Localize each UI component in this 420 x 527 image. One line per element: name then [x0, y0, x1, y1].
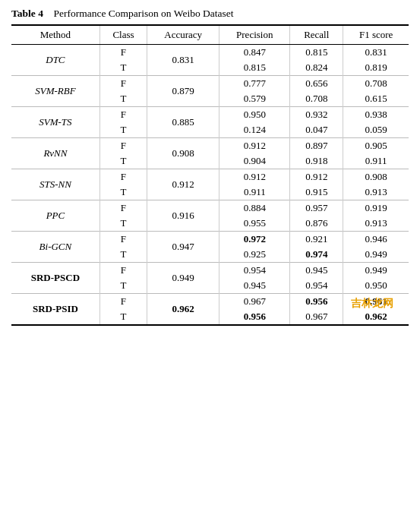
table-title: Table 4 Performance Comparison on Weibo …: [11, 8, 409, 20]
f1-cell: 0.905: [343, 138, 409, 154]
page-container: Table 4 Performance Comparison on Weibo …: [11, 8, 409, 326]
precision-cell: 0.912: [219, 138, 290, 154]
class-cell: F: [99, 169, 147, 185]
f1-cell: 0.913: [343, 185, 409, 200]
class-cell: T: [99, 185, 147, 200]
precision-cell: 0.847: [219, 45, 290, 61]
col-recall: Recall: [290, 25, 343, 45]
precision-cell: 0.815: [219, 60, 290, 76]
f1-cell: 0.615: [343, 91, 409, 107]
recall-cell: 0.957: [290, 200, 343, 216]
class-cell: T: [99, 153, 147, 169]
class-cell: T: [99, 309, 147, 325]
accuracy-cell: 0.916: [147, 200, 219, 232]
precision-cell: 0.911: [219, 185, 290, 200]
precision-cell: 0.972: [219, 232, 290, 248]
table-row: SRD-PSCDF0.9490.9540.9450.949: [11, 263, 409, 279]
method-cell: SVM-TS: [11, 107, 99, 138]
class-cell: F: [99, 76, 147, 92]
recall-cell: 0.918: [290, 153, 343, 169]
f1-cell: 0.708: [343, 76, 409, 92]
f1-cell: 0.831: [343, 45, 409, 61]
precision-cell: 0.925: [219, 247, 290, 263]
recall-cell: 0.897: [290, 138, 343, 154]
precision-cell: 0.950: [219, 107, 290, 123]
col-accuracy: Accuracy: [147, 25, 219, 45]
accuracy-cell: 0.912: [147, 169, 219, 200]
method-cell: DTC: [11, 45, 99, 76]
precision-cell: 0.945: [219, 278, 290, 294]
f1-cell: 0.949: [343, 247, 409, 263]
table-body: DTCF0.8310.8470.8150.831T0.8150.8240.819…: [11, 45, 409, 326]
f1-cell: 0.908: [343, 169, 409, 185]
class-cell: F: [99, 200, 147, 216]
f1-cell: 0.059: [343, 122, 409, 138]
table-row: DTCF0.8310.8470.8150.831: [11, 45, 409, 61]
recall-cell: 0.656: [290, 76, 343, 92]
watermark: 吉林龙网: [351, 297, 393, 311]
table-description: Performance Comparison on Weibo Dataset: [53, 8, 233, 19]
data-table: Method Class Accuracy Precision Recall F…: [11, 24, 409, 326]
table-row: Bi-GCNF0.9470.9720.9210.946: [11, 232, 409, 248]
class-cell: F: [99, 294, 147, 310]
accuracy-cell: 0.962: [147, 294, 219, 326]
table-row: SVM-TSF0.8850.9500.9320.938: [11, 107, 409, 123]
col-precision: Precision: [219, 25, 290, 45]
col-class: Class: [99, 25, 147, 45]
f1-cell: 0.913: [343, 216, 409, 232]
f1-cell: 0.919: [343, 200, 409, 216]
recall-cell: 0.047: [290, 122, 343, 138]
method-cell: SRD-PSCD: [11, 263, 99, 294]
col-f1: F1 score: [343, 25, 409, 45]
recall-cell: 0.921: [290, 232, 343, 248]
recall-cell: 0.915: [290, 185, 343, 200]
recall-cell: 0.954: [290, 278, 343, 294]
class-cell: T: [99, 60, 147, 76]
accuracy-cell: 0.879: [147, 76, 219, 107]
f1-cell: 0.946: [343, 232, 409, 248]
class-cell: T: [99, 247, 147, 263]
recall-cell: 0.708: [290, 91, 343, 107]
table-row: SVM-RBFF0.8790.7770.6560.708: [11, 76, 409, 92]
f1-cell: 0.949: [343, 263, 409, 279]
f1-cell: 0.911: [343, 153, 409, 169]
class-cell: T: [99, 216, 147, 232]
table-row: STS-NNF0.9120.9120.9120.908: [11, 169, 409, 185]
method-cell: RvNN: [11, 138, 99, 169]
class-cell: T: [99, 91, 147, 107]
class-cell: F: [99, 232, 147, 248]
precision-cell: 0.955: [219, 216, 290, 232]
precision-cell: 0.956: [219, 309, 290, 325]
method-cell: Bi-GCN: [11, 232, 99, 263]
recall-cell: 0.824: [290, 60, 343, 76]
table-row: PPCF0.9160.8840.9570.919: [11, 200, 409, 216]
recall-cell: 0.967: [290, 309, 343, 325]
recall-cell: 0.974: [290, 247, 343, 263]
class-cell: F: [99, 263, 147, 279]
class-cell: T: [99, 122, 147, 138]
accuracy-cell: 0.885: [147, 107, 219, 138]
class-cell: F: [99, 107, 147, 123]
method-cell: SVM-RBF: [11, 76, 99, 107]
class-cell: T: [99, 278, 147, 294]
class-cell: F: [99, 138, 147, 154]
table-header-row: Method Class Accuracy Precision Recall F…: [11, 25, 409, 45]
precision-cell: 0.954: [219, 263, 290, 279]
f1-cell: 0.962: [343, 309, 409, 325]
recall-cell: 0.815: [290, 45, 343, 61]
accuracy-cell: 0.947: [147, 232, 219, 263]
recall-cell: 0.945: [290, 263, 343, 279]
f1-cell: 0.819: [343, 60, 409, 76]
precision-cell: 0.124: [219, 122, 290, 138]
precision-cell: 0.912: [219, 169, 290, 185]
table-row: RvNNF0.9080.9120.8970.905: [11, 138, 409, 154]
accuracy-cell: 0.831: [147, 45, 219, 76]
precision-cell: 0.884: [219, 200, 290, 216]
table-row: SRD-PSIDF0.9620.9670.9560.961: [11, 294, 409, 310]
recall-cell: 0.956: [290, 294, 343, 310]
method-cell: SRD-PSID: [11, 294, 99, 326]
method-cell: PPC: [11, 200, 99, 232]
accuracy-cell: 0.949: [147, 263, 219, 294]
f1-cell: 0.938: [343, 107, 409, 123]
class-cell: F: [99, 45, 147, 61]
